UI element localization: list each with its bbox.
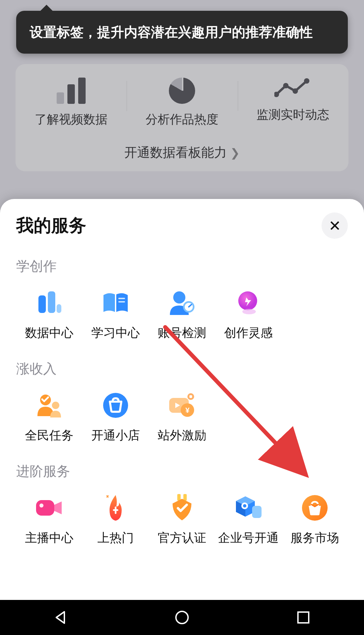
circle-home-icon — [174, 609, 190, 626]
svg-point-24 — [39, 503, 43, 508]
dashboard-item-video-data[interactable]: 了解视频数据 — [16, 78, 126, 128]
lightbulb-icon — [233, 288, 264, 318]
svg-rect-5 — [48, 291, 55, 313]
reward-icon: ¥ — [167, 390, 197, 421]
close-button[interactable]: ✕ — [322, 212, 348, 239]
section-learn: 学创作 数据中心 学习中心 — [16, 257, 348, 341]
person-gauge-icon — [167, 288, 197, 318]
nav-back-button[interactable] — [51, 607, 71, 628]
svg-point-9 — [173, 291, 185, 304]
bar-chart-icon — [57, 78, 86, 104]
svg-point-34 — [176, 611, 188, 624]
dashboard-item-heat[interactable]: 分析作品热度 — [126, 78, 237, 128]
service-data-center[interactable]: 数据中心 — [16, 288, 83, 341]
section-title: 涨收入 — [16, 359, 348, 378]
service-label: 企业号开通 — [218, 530, 279, 546]
tag-tooltip: 设置标签，提升内容潜在兴趣用户的推荐准确性 — [16, 11, 348, 54]
section-title: 进阶服务 — [16, 462, 348, 481]
triangle-back-icon — [53, 610, 68, 625]
service-label: 服务市场 — [291, 530, 339, 546]
close-icon: ✕ — [329, 217, 341, 234]
people-icon — [34, 390, 64, 421]
svg-rect-26 — [115, 507, 117, 514]
dashboard-card: 了解视频数据 分析作品热度 监测实时动态 开通数据看板能力 ❯ — [16, 64, 348, 171]
service-market[interactable]: 服务市场 — [281, 493, 348, 546]
svg-rect-22 — [189, 395, 192, 398]
svg-text:¥: ¥ — [185, 406, 190, 414]
market-icon — [300, 493, 330, 523]
camera-icon — [34, 493, 64, 523]
service-external-reward[interactable]: ¥ 站外激励 — [149, 390, 215, 444]
tooltip-text: 设置标签，提升内容潜在兴趣用户的推荐准确性 — [30, 25, 313, 39]
open-dashboard-label: 开通数据看板能力 — [124, 144, 227, 161]
nav-home-button[interactable] — [172, 607, 192, 628]
service-label: 开通小店 — [91, 427, 140, 444]
svg-point-2 — [293, 88, 298, 94]
section-title: 学创作 — [16, 257, 348, 276]
svg-rect-7 — [118, 298, 125, 299]
svg-point-1 — [283, 83, 289, 88]
service-national-task[interactable]: 全民任务 — [16, 390, 83, 444]
service-label: 官方认证 — [158, 530, 206, 546]
nav-recent-button[interactable] — [293, 607, 313, 628]
service-account-check[interactable]: 账号检测 — [149, 288, 215, 341]
svg-point-16 — [103, 393, 128, 418]
section-advanced: 进阶服务 主播中心 上热门 — [16, 462, 348, 546]
service-inspiration[interactable]: 创作灵感 — [215, 288, 281, 341]
svg-rect-35 — [298, 612, 309, 623]
pie-chart-icon — [169, 78, 195, 104]
bar-chart-icon — [34, 288, 64, 318]
square-recent-icon — [296, 610, 311, 625]
book-icon — [100, 288, 131, 318]
svg-point-3 — [304, 78, 309, 84]
dashboard-item-realtime[interactable]: 监测实时动态 — [238, 78, 348, 128]
cube-icon — [233, 493, 264, 523]
chevron-right-icon: ❯ — [230, 146, 240, 160]
svg-point-30 — [243, 504, 246, 508]
service-enterprise[interactable]: 企业号开通 — [215, 493, 281, 546]
fire-icon — [100, 493, 131, 523]
svg-rect-23 — [36, 500, 54, 516]
service-verification[interactable]: 官方认证 — [149, 493, 215, 546]
dashboard-item-label: 了解视频数据 — [35, 111, 108, 128]
badge-icon — [167, 493, 197, 523]
svg-point-13 — [242, 309, 256, 314]
service-learning-center[interactable]: 学习中心 — [83, 288, 149, 341]
dashboard-item-label: 监测实时动态 — [256, 107, 329, 123]
service-label: 站外激励 — [158, 427, 206, 444]
service-label: 创作灵感 — [224, 325, 273, 341]
section-income: 涨收入 全民任务 开通小店 ¥ — [16, 359, 348, 444]
dashboard-item-label: 分析作品热度 — [146, 111, 218, 128]
shop-icon — [100, 390, 131, 421]
service-label: 上热门 — [97, 530, 134, 546]
service-label: 数据中心 — [25, 325, 73, 341]
service-label: 主播中心 — [25, 530, 73, 546]
sheet-title: 我的服务 — [16, 214, 86, 237]
svg-rect-8 — [118, 301, 125, 302]
service-label: 全民任务 — [25, 427, 73, 444]
service-label: 学习中心 — [91, 325, 140, 341]
trend-icon — [274, 78, 311, 99]
service-live-center[interactable]: 主播中心 — [16, 493, 83, 546]
service-label: 账号检测 — [158, 325, 206, 341]
svg-rect-6 — [57, 304, 61, 313]
svg-rect-31 — [252, 506, 262, 518]
service-trending[interactable]: 上热门 — [83, 493, 149, 546]
my-services-sheet: 我的服务 ✕ 学创作 数据中心 学习中心 — [0, 199, 364, 600]
svg-point-15 — [52, 402, 59, 409]
android-nav-bar — [0, 600, 364, 635]
open-dashboard-link[interactable]: 开通数据看板能力 ❯ — [16, 144, 348, 161]
service-open-shop[interactable]: 开通小店 — [83, 390, 149, 444]
svg-rect-4 — [38, 295, 46, 313]
